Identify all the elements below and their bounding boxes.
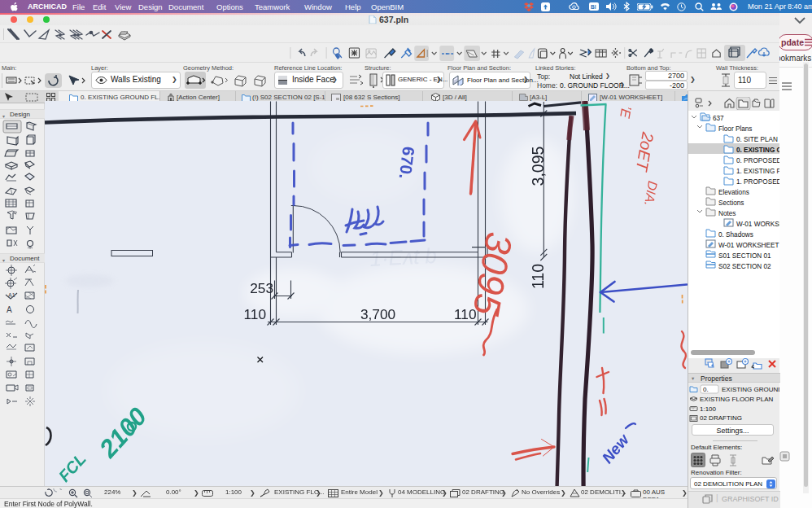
svg-text:Sections: Sections [718, 199, 744, 207]
svg-text:Notes: Notes [718, 210, 736, 217]
svg-text:0. Shadows: 0. Shadows [718, 231, 753, 239]
svg-text:A1: A1 [8, 292, 15, 298]
svg-text:W-01 WORKSHEET: W-01 WORKSHEET [718, 242, 779, 249]
svg-text:A: A [7, 305, 12, 314]
svg-text:1. PROPOSED FIRST F: 1. PROPOSED FIRST F [736, 178, 779, 186]
svg-text:Bl: Bl [591, 4, 596, 10]
svg-text:Elevations: Elevations [718, 189, 749, 196]
svg-text:02 DRAFTING: 02 DRAFTING [700, 414, 742, 422]
svg-text:0.: 0. [703, 386, 709, 393]
svg-text:0. SITE PLAN: 0. SITE PLAN [736, 136, 778, 143]
svg-text:0. EXISTING GROUN: 0. EXISTING GROUN [736, 147, 779, 154]
svg-text:253: 253 [250, 280, 273, 296]
svg-text:W-01 WORKSHEET: W-01 WORKSHEET [736, 221, 779, 228]
svg-text:S02 SECTION 02: S02 SECTION 02 [718, 263, 771, 270]
svg-text:670.: 670. [396, 146, 419, 180]
svg-text:3,700: 3,700 [360, 306, 395, 322]
svg-text:110: 110 [243, 306, 266, 322]
svg-text:EXISTING GROUND FLO: EXISTING GROUND FLO [722, 386, 779, 393]
svg-text:Floor Plans: Floor Plans [718, 125, 752, 133]
svg-text:EXISTING FLOOR PLAN: EXISTING FLOOR PLAN [700, 396, 773, 403]
svg-text:637: 637 [713, 115, 724, 122]
svg-text:1. EXISTING FIRST FL: 1. EXISTING FIRST FL [736, 168, 779, 175]
svg-text:3,095: 3,095 [529, 146, 547, 186]
svg-text:110: 110 [529, 264, 547, 289]
svg-text:S01 SECTION 01: S01 SECTION 01 [718, 252, 771, 260]
svg-text:0. PROPOSED GROUN: 0. PROPOSED GROUN [736, 157, 779, 164]
svg-text:1:100: 1:100 [700, 405, 717, 413]
